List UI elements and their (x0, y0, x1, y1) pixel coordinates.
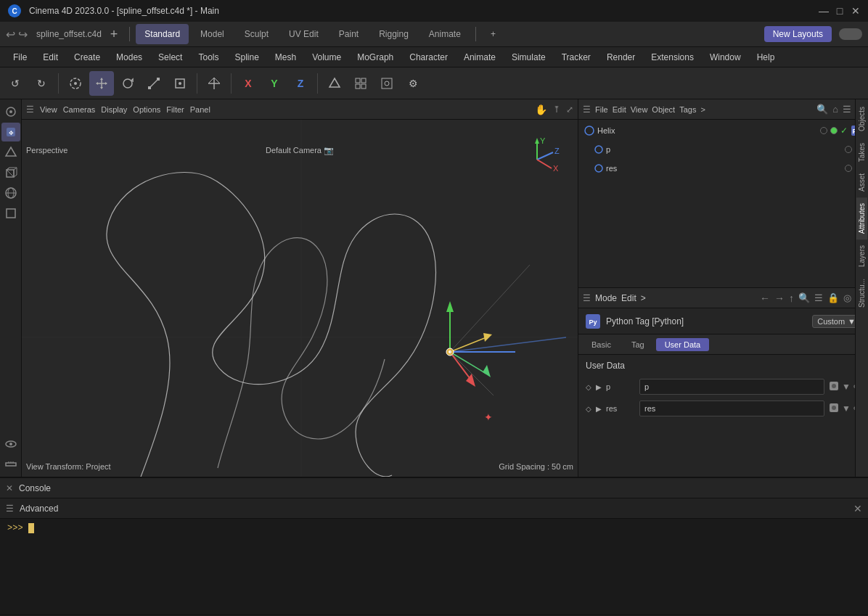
menu-edit[interactable]: Edit (36, 51, 65, 64)
new-layouts-button[interactable]: New Layouts (764, 26, 832, 42)
helix-vis-dot[interactable] (820, 127, 827, 134)
sidebar-ruler-icon[interactable] (1, 455, 20, 474)
tab-sculpt[interactable]: Sculpt (236, 24, 277, 44)
move-tool[interactable] (89, 71, 114, 96)
vtab-layers[interactable]: Layers (856, 239, 867, 273)
menu-mograph[interactable]: MoGraph (350, 51, 401, 64)
tab-uvedit[interactable]: UV Edit (280, 24, 327, 44)
sidebar-view-icon[interactable] (1, 102, 20, 121)
res-expand-icon[interactable]: ▶ (596, 405, 602, 413)
vp-cameras-menu[interactable]: Cameras (63, 105, 96, 114)
attr-target-icon[interactable]: ◎ (843, 292, 851, 303)
grid-tool-2[interactable] (374, 71, 399, 96)
objects-object-menu[interactable]: Object (652, 105, 675, 114)
vp-options-menu[interactable]: Options (133, 105, 160, 114)
attr-edit-menu[interactable]: Edit (621, 293, 636, 303)
p-input-field[interactable] (639, 379, 824, 395)
menu-extensions[interactable]: Extensions (644, 51, 701, 64)
vp-pan-icon[interactable]: ✋ (535, 104, 547, 115)
menu-mesh[interactable]: Mesh (268, 51, 303, 64)
undo-tool[interactable]: ↺ (3, 71, 28, 96)
close-button[interactable]: ✕ (851, 6, 861, 16)
settings-tool[interactable]: ⚙ (401, 71, 425, 96)
viewport-canvas[interactable]: Perspective Default Camera 📷 ✦ (22, 120, 578, 477)
sidebar-cube-icon[interactable] (1, 163, 20, 182)
vp-panel-menu[interactable]: Panel (190, 105, 210, 114)
objects-view-menu[interactable]: View (631, 105, 648, 114)
objects-more-menu[interactable]: > (700, 105, 705, 114)
menu-tools[interactable]: Tools (191, 51, 226, 64)
attr-tab-userdata[interactable]: User Data (656, 338, 710, 351)
res-color-icon[interactable] (829, 403, 839, 415)
tab-standard[interactable]: Standard (136, 24, 189, 44)
scale-tool[interactable] (142, 71, 166, 96)
objects-file-menu[interactable]: File (595, 105, 608, 114)
vtab-takes[interactable]: Takes (856, 137, 867, 168)
menu-spline[interactable]: Spline (227, 51, 266, 64)
tab-model[interactable]: Model (192, 24, 233, 44)
add-layout-button[interactable]: + (482, 24, 504, 44)
menu-tracker[interactable]: Tracker (554, 51, 598, 64)
p-expand-icon[interactable]: ▶ (596, 383, 602, 391)
menu-window[interactable]: Window (703, 51, 748, 64)
attr-fwd-nav[interactable]: → (774, 292, 785, 304)
axis-z-button[interactable]: Z (288, 71, 313, 96)
attr-tab-tag[interactable]: Tag (623, 338, 653, 351)
p-color-icon[interactable] (829, 381, 839, 393)
maximize-button[interactable]: □ (835, 6, 845, 16)
sidebar-sphere-icon[interactable] (1, 184, 20, 202)
tab-rigging[interactable]: Rigging (370, 24, 417, 44)
objects-edit-menu[interactable]: Edit (613, 105, 626, 114)
transform-tool[interactable] (168, 71, 192, 96)
objects-home-icon[interactable]: ⌂ (832, 104, 838, 115)
attr-back-nav[interactable]: ← (760, 292, 770, 304)
object-row-helix[interactable]: Helix ✓ Py (580, 121, 867, 140)
attr-filter-icon[interactable]: ☰ (814, 292, 823, 303)
attr-search-icon[interactable]: 🔍 (798, 292, 810, 303)
vtab-asset[interactable]: Asset (856, 168, 867, 197)
attr-up-nav[interactable]: ↑ (789, 292, 794, 304)
sidebar-move-icon[interactable]: ✥ (1, 123, 20, 141)
add-tab-button[interactable]: + (110, 27, 118, 42)
objects-menu-icon[interactable]: ☰ (583, 104, 591, 115)
attr-tab-basic[interactable]: Basic (583, 338, 620, 351)
console-close-icon[interactable]: ✕ (6, 483, 13, 493)
axis-x-button[interactable]: X (236, 71, 261, 96)
menu-create[interactable]: Create (67, 51, 107, 64)
menu-help[interactable]: Help (750, 51, 782, 64)
console-menu-icon[interactable]: ☰ (6, 504, 14, 514)
res-down-icon[interactable]: ▼ (842, 403, 851, 414)
vp-expand-icon[interactable]: ⤢ (566, 104, 573, 115)
attr-more-menu[interactable]: > (641, 293, 646, 303)
menu-character[interactable]: Character (402, 51, 455, 64)
object-row-p[interactable]: p (580, 140, 867, 159)
vp-camera-icon[interactable]: ⤒ (553, 104, 560, 115)
menu-select[interactable]: Select (151, 51, 189, 64)
world-tool[interactable] (202, 71, 226, 96)
custom-dropdown[interactable]: Custom ▼ (812, 315, 861, 328)
minimize-button[interactable]: — (819, 6, 829, 16)
res-vis-dot[interactable] (845, 165, 852, 172)
attr-lock-icon[interactable]: 🔒 (827, 292, 839, 303)
vtab-structu[interactable]: Structu... (856, 273, 867, 313)
res-input-field[interactable] (639, 401, 824, 416)
axis-y-button[interactable]: Y (262, 71, 287, 96)
console-close-btn[interactable]: ✕ (853, 503, 862, 514)
menu-animate[interactable]: Animate (456, 51, 503, 64)
layout-toggle[interactable] (839, 28, 862, 40)
menu-render[interactable]: Render (599, 51, 642, 64)
live-select-tool[interactable] (63, 71, 88, 96)
tab-animate[interactable]: Animate (420, 24, 470, 44)
menu-volume[interactable]: Volume (305, 51, 348, 64)
sidebar-eye-icon[interactable] (1, 435, 20, 453)
vp-filter-menu[interactable]: Filter (166, 105, 184, 114)
vtab-objects[interactable]: Objects (856, 101, 867, 137)
objects-tags-menu[interactable]: Tags (679, 105, 696, 114)
grid-tool-1[interactable] (348, 71, 373, 96)
viewport-area[interactable]: ☰ View Cameras Display Options Filter Pa… (22, 99, 578, 477)
undo-button[interactable]: ↩ (6, 28, 15, 41)
redo-tool[interactable]: ↻ (29, 71, 54, 96)
snap-tool[interactable] (322, 71, 347, 96)
helix-render-dot[interactable] (830, 127, 838, 134)
redo-button[interactable]: ↪ (18, 28, 28, 41)
